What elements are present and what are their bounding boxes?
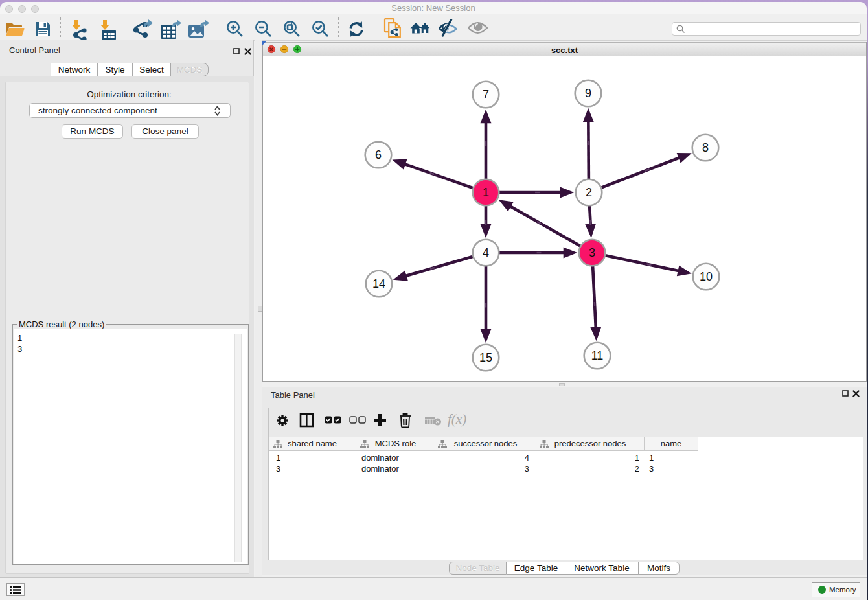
svg-text:6: 6	[375, 148, 382, 161]
svg-text:11: 11	[591, 349, 604, 362]
svg-text:1: 1	[483, 186, 489, 199]
svg-text:3: 3	[589, 246, 595, 259]
svg-text:14: 14	[372, 277, 385, 290]
svg-text:7: 7	[483, 88, 489, 101]
svg-text:10: 10	[700, 270, 713, 283]
svg-text:2: 2	[586, 186, 592, 199]
svg-text:8: 8	[702, 141, 709, 154]
svg-text:15: 15	[479, 351, 492, 364]
svg-text:4: 4	[483, 246, 489, 259]
svg-text:9: 9	[585, 87, 591, 100]
